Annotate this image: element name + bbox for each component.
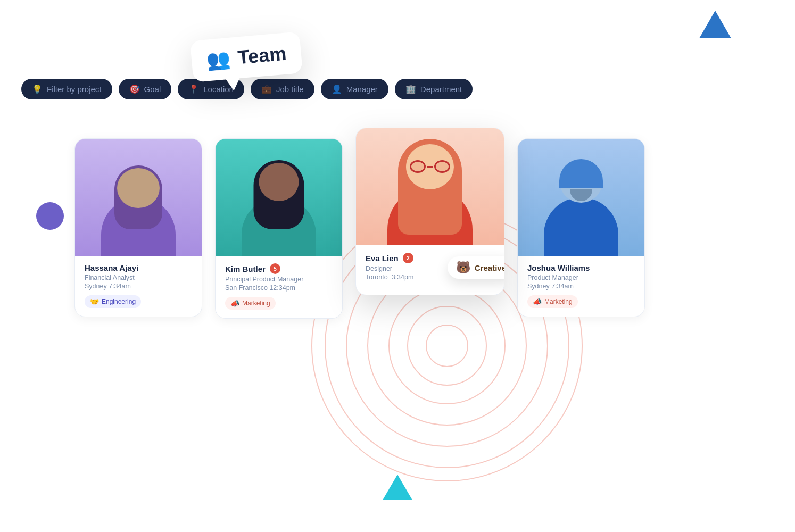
filter-goal-label: Goal bbox=[144, 85, 161, 94]
people-cards: Hassana Ajayi Financial Analyst Sydney 7… bbox=[74, 138, 774, 319]
card-eva-lien[interactable]: Eva Lien 2 Designer Toronto 3:34pm 🐻 Cre… bbox=[355, 128, 504, 295]
kim-tag: 📣 Marketing bbox=[225, 297, 276, 310]
bear-icon: 🐻 bbox=[456, 261, 470, 275]
card-info-hassana: Hassana Ajayi Financial Analyst Sydney 7… bbox=[75, 256, 202, 317]
decoration-triangle-bottom bbox=[383, 475, 412, 500]
avatar-eva bbox=[356, 128, 504, 245]
decoration-triangle-top-right bbox=[699, 11, 731, 38]
card-hassana-ajayi[interactable]: Hassana Ajayi Financial Analyst Sydney 7… bbox=[74, 138, 202, 317]
decoration-circle bbox=[36, 202, 64, 230]
manager-icon: 👤 bbox=[332, 84, 342, 94]
filter-department-label: Department bbox=[420, 85, 462, 94]
card-info-joshua: Joshua Williams Product Manager Sydney 7… bbox=[518, 256, 644, 317]
joshua-location-time: Sydney 7:34am bbox=[527, 282, 635, 290]
hassana-tag: 🤝 Engineering bbox=[85, 295, 141, 308]
team-tooltip-label: Team bbox=[237, 43, 287, 69]
avatar-kim bbox=[216, 139, 342, 256]
filter-job-title-label: Job title bbox=[276, 85, 304, 94]
goal-icon: 🎯 bbox=[129, 84, 140, 94]
filter-job-title[interactable]: 💼 Job title bbox=[251, 79, 314, 99]
avatar-joshua bbox=[518, 139, 644, 256]
team-icon: 👥 bbox=[205, 47, 231, 72]
kim-location-time: San Francisco 12:34pm bbox=[225, 284, 333, 292]
filter-project[interactable]: 💡 Filter by project bbox=[21, 79, 112, 99]
creative-label: Creative bbox=[475, 263, 504, 272]
card-info-kim: Kim Butler 5 Principal Product Manager S… bbox=[216, 256, 342, 318]
card-kim-butler[interactable]: Kim Butler 5 Principal Product Manager S… bbox=[215, 138, 343, 319]
joshua-tag: 📣 Marketing bbox=[527, 295, 578, 308]
filter-bar: 💡 Filter by project 🎯 Goal 📍 Location 💼 … bbox=[0, 79, 795, 99]
eva-name: Eva Lien bbox=[366, 254, 399, 263]
project-icon: 💡 bbox=[32, 84, 43, 94]
location-icon: 📍 bbox=[188, 84, 199, 94]
filter-department[interactable]: 🏢 Department bbox=[395, 79, 473, 99]
filter-manager-label: Manager bbox=[346, 85, 378, 94]
eva-notification: 2 bbox=[403, 253, 413, 263]
kim-notification: 5 bbox=[270, 263, 280, 274]
department-icon: 🏢 bbox=[405, 84, 416, 94]
team-tooltip: 👥 Team bbox=[190, 31, 303, 82]
hassana-name: Hassana Ajayi bbox=[85, 263, 138, 272]
kim-job: Principal Product Manager bbox=[225, 276, 333, 283]
hassana-job: Financial Analyst bbox=[85, 274, 192, 281]
job-title-icon: 💼 bbox=[261, 84, 272, 94]
filter-project-label: Filter by project bbox=[47, 85, 102, 94]
hassana-location-time: Sydney 7:34am bbox=[85, 282, 192, 290]
creative-badge: 🐻 Creative bbox=[448, 256, 504, 279]
joshua-job: Product Manager bbox=[527, 274, 635, 281]
joshua-name: Joshua Williams bbox=[527, 263, 590, 272]
filter-goal[interactable]: 🎯 Goal bbox=[119, 79, 172, 99]
filter-manager[interactable]: 👤 Manager bbox=[321, 79, 388, 99]
avatar-hassana bbox=[75, 139, 202, 256]
kim-name: Kim Butler bbox=[225, 264, 266, 273]
card-joshua-williams[interactable]: Joshua Williams Product Manager Sydney 7… bbox=[517, 138, 645, 317]
